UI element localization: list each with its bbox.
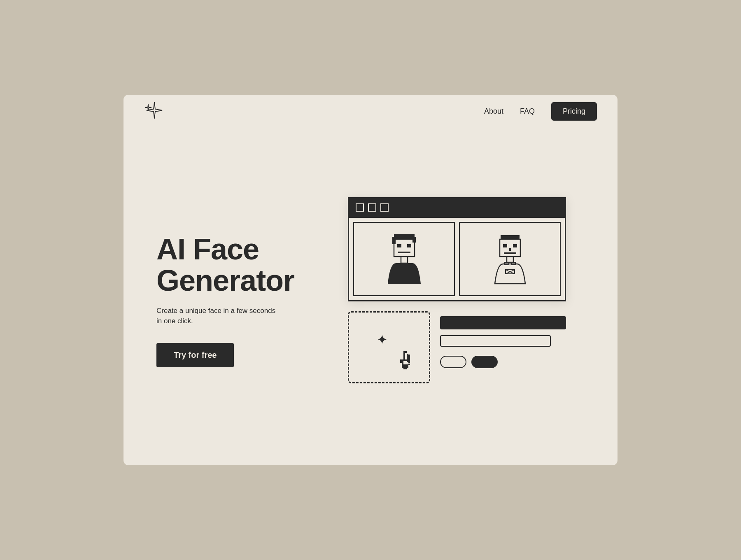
cursor-hand-icon bbox=[398, 350, 417, 373]
bottom-row: ✦ bbox=[348, 311, 566, 383]
svg-rect-30 bbox=[408, 355, 410, 356]
nav-faq[interactable]: FAQ bbox=[520, 107, 535, 116]
svg-rect-28 bbox=[407, 357, 408, 359]
window-button-1 bbox=[356, 203, 364, 212]
hero-section: AI Face Generator Create a unique face i… bbox=[124, 128, 618, 465]
logo[interactable] bbox=[144, 100, 165, 122]
nav-about[interactable]: About bbox=[484, 107, 503, 116]
svg-rect-52 bbox=[400, 359, 402, 361]
svg-rect-35 bbox=[402, 361, 403, 363]
face-illustration-1 bbox=[386, 230, 423, 288]
svg-rect-22 bbox=[403, 355, 405, 356]
upload-generate-box[interactable]: ✦ bbox=[348, 311, 430, 383]
svg-rect-34 bbox=[402, 359, 403, 361]
control-bar-1 bbox=[440, 316, 566, 329]
svg-rect-43 bbox=[405, 364, 407, 366]
hero-text: AI Face Generator Create a unique face i… bbox=[156, 226, 329, 367]
hero-illustration: ✦ bbox=[329, 197, 585, 383]
svg-rect-38 bbox=[405, 359, 407, 361]
svg-rect-7 bbox=[401, 257, 408, 263]
svg-rect-37 bbox=[403, 359, 405, 361]
svg-rect-33 bbox=[408, 359, 410, 361]
face-illustration-2 bbox=[492, 230, 529, 288]
svg-rect-40 bbox=[408, 361, 410, 363]
browser-titlebar bbox=[349, 198, 565, 217]
nav-pricing-button[interactable]: Pricing bbox=[551, 102, 597, 121]
svg-rect-26 bbox=[407, 354, 408, 355]
svg-rect-25 bbox=[405, 351, 407, 353]
control-pills bbox=[440, 356, 566, 368]
svg-rect-13 bbox=[504, 252, 516, 254]
svg-rect-50 bbox=[403, 368, 405, 369]
svg-rect-41 bbox=[402, 364, 403, 366]
svg-rect-12 bbox=[509, 248, 511, 251]
svg-rect-51 bbox=[405, 368, 407, 369]
browser-content bbox=[349, 217, 565, 300]
hero-title: AI Face Generator bbox=[156, 234, 329, 296]
plus-sparkle-icon: ✦ bbox=[377, 333, 387, 347]
cta-button[interactable]: Try for free bbox=[156, 343, 234, 367]
svg-rect-46 bbox=[402, 366, 403, 368]
pill-option-1[interactable] bbox=[440, 356, 466, 368]
nav-links: About FAQ Pricing bbox=[484, 102, 597, 121]
svg-rect-42 bbox=[403, 364, 405, 366]
face-panel-2 bbox=[459, 222, 561, 296]
svg-rect-48 bbox=[405, 366, 407, 368]
svg-rect-23 bbox=[403, 356, 405, 358]
face-panel-1 bbox=[353, 222, 455, 296]
window-button-2 bbox=[368, 203, 376, 212]
svg-rect-29 bbox=[407, 359, 408, 360]
svg-rect-39 bbox=[407, 360, 408, 362]
svg-rect-44 bbox=[407, 364, 408, 366]
svg-rect-6 bbox=[398, 252, 410, 253]
svg-rect-0 bbox=[394, 234, 415, 239]
svg-rect-27 bbox=[407, 355, 408, 357]
svg-rect-4 bbox=[397, 244, 401, 247]
pixel-browser-window bbox=[348, 197, 566, 301]
svg-rect-31 bbox=[408, 356, 410, 358]
control-bar-2 bbox=[440, 335, 551, 347]
svg-rect-14 bbox=[507, 257, 513, 262]
svg-rect-24 bbox=[403, 358, 405, 359]
sparkle-logo-icon bbox=[144, 100, 165, 121]
pill-option-2[interactable] bbox=[471, 356, 498, 368]
hero-subtitle: Create a unique face in a few seconds in… bbox=[156, 306, 276, 327]
svg-rect-21 bbox=[403, 353, 405, 355]
svg-rect-47 bbox=[403, 366, 405, 368]
svg-rect-45 bbox=[408, 364, 410, 365]
svg-rect-8 bbox=[501, 235, 520, 239]
page-wrapper: About FAQ Pricing AI Face Generator Crea… bbox=[124, 95, 618, 465]
sidebar-controls bbox=[440, 311, 566, 368]
window-button-3 bbox=[380, 203, 389, 212]
svg-rect-3 bbox=[394, 239, 415, 257]
svg-rect-49 bbox=[407, 366, 408, 368]
svg-rect-10 bbox=[503, 244, 507, 247]
svg-rect-11 bbox=[513, 244, 517, 247]
svg-rect-36 bbox=[402, 363, 403, 364]
svg-rect-5 bbox=[407, 244, 411, 247]
svg-rect-32 bbox=[408, 358, 410, 359]
navbar: About FAQ Pricing bbox=[124, 95, 618, 128]
svg-rect-53 bbox=[400, 361, 402, 363]
